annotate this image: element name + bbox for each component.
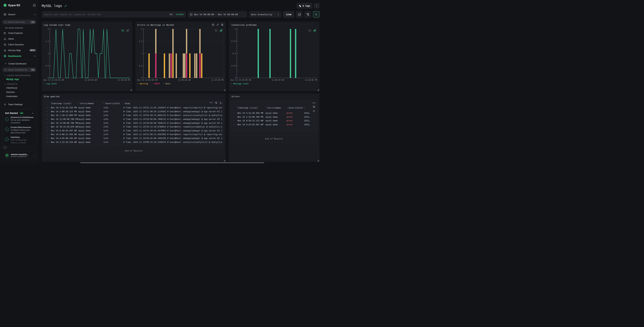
table-row[interactable]: ›Nov 14 4:23:45.567 AMmysql-demoerror202… [232, 123, 316, 127]
bar-chart-toggle-icon[interactable] [126, 29, 129, 32]
row-expand-chevron[interactable]: › [45, 110, 49, 113]
table-row[interactable]: ›Nov 14 8:30:45.567 AMmysql-demoinfo# Ti… [45, 129, 222, 133]
row-expand-chevron[interactable]: › [232, 123, 236, 126]
column-header[interactable]: ServiceName [268, 107, 281, 109]
row-expand-chevron[interactable]: › [45, 126, 49, 128]
row-expand-chevron[interactable]: › [45, 107, 49, 109]
sidebar-item-client-sessions[interactable]: Client Sessions [0, 42, 38, 47]
horizontal-scrollbar[interactable] [80, 162, 264, 163]
table-row[interactable]: ›Nov 14 4:45:00.345 AMmysql-demoinfo# Ti… [45, 136, 222, 140]
column-header[interactable]: ServiceName [80, 102, 94, 105]
table-row[interactable]: ›Nov 14 3:00:30.123 PMmysql-demoinfo# Ti… [45, 110, 222, 114]
drag-handle-icon[interactable]: ⠿ [104, 103, 104, 104]
row-expand-chevron[interactable]: › [45, 122, 49, 124]
bar-chart-toggle-icon[interactable] [220, 29, 222, 32]
drag-handle-icon[interactable]: ⠿ [286, 107, 288, 109]
sidebar-item-search[interactable]: Search [0, 12, 38, 17]
table-row[interactable]: ›Nov 14 1:15:00.789 PMmysql-demoerror202… [232, 115, 316, 119]
sidebar-dashboard-mysql-logs[interactable]: MySQL logs [0, 77, 38, 81]
saved-dashboards-input[interactable]: Saved Dashboards ⌘K [2, 68, 36, 72]
chart-plot[interactable] [236, 27, 317, 79]
row-expand-chevron[interactable]: › [45, 133, 49, 136]
legend-item[interactable]: —Message count [231, 83, 248, 85]
get-started-step-sources[interactable]: ✓ Create Data SourcesConfigure where you… [5, 126, 34, 134]
time-range-picker[interactable]: Nov 14 00:00:00 - Nov 15 00:00:00 [188, 11, 247, 18]
table-row[interactable]: ›Nov 14 5:15:30.456 PMmysql-demoerror202… [232, 111, 316, 115]
sidebar-item-team-settings[interactable]: Team Settings [0, 101, 38, 107]
sidebar-collapse-icon[interactable] [33, 4, 36, 7]
line-chart-toggle-icon[interactable] [122, 29, 124, 32]
chart-plot[interactable] [143, 27, 224, 79]
row-expand-chevron[interactable]: › [232, 116, 236, 118]
row-expand-chevron[interactable]: › [45, 141, 49, 143]
table-row[interactable]: ›Nov 14 1:30:15.890 PMmysql-demoinfo# Ti… [45, 113, 222, 117]
help-button[interactable]: ? [3, 145, 7, 150]
table-row[interactable]: ›Nov 14 10:15:30.678 AMmysql-demoinfo# T… [45, 125, 222, 129]
get-started-step-add-data[interactable]: ✓ Add DataStart sending logs, metrics, o… [5, 136, 34, 144]
chevron-up-icon[interactable] [34, 55, 36, 57]
sidebar-preset-kubernetes[interactable]: Kubernetes [0, 94, 38, 98]
run-query-button[interactable] [313, 11, 320, 18]
wrap-lines-icon[interactable] [313, 106, 315, 108]
edit-title-icon[interactable] [64, 5, 67, 7]
code-view-icon[interactable]: </> [312, 102, 316, 104]
wrap-lines-icon[interactable] [215, 101, 218, 104]
line-chart-toggle-icon[interactable] [215, 29, 218, 32]
legend-item[interactable]: —Warning [137, 83, 148, 85]
table-row[interactable]: ›Nov 14 12:00:00.789 PMmysql-demoinfo# T… [45, 117, 222, 121]
drag-handle-icon[interactable]: ⠿ [266, 107, 267, 109]
live-button[interactable]: Live [283, 11, 294, 18]
user-menu[interactable]: D dominic.tran@clic... dominic.tran@clic… [3, 152, 36, 159]
table-row[interactable]: ›Nov 14 6:00:15.456 AMmysql-demoinfo# Ti… [45, 133, 222, 136]
bar-chart-toggle-icon[interactable] [313, 29, 316, 32]
column-header[interactable]: SeverityText [106, 102, 120, 105]
table-row[interactable]: ›Nov 14 12:00:00.789 PMmysql-demoinfo# T… [45, 121, 222, 125]
table-row[interactable]: ›Nov 14 2:15:30.234 AMmysql-demoinfo# Ti… [45, 140, 222, 144]
row-expand-chevron[interactable]: › [45, 114, 49, 117]
sidebar-item-dashboards[interactable]: Dashboards [0, 53, 38, 59]
duplicate-icon[interactable] [212, 23, 214, 26]
legend-item[interactable]: —ERROR [151, 83, 160, 85]
chart-plot[interactable] [50, 27, 130, 79]
saved-searches-input[interactable]: Saved Searches ⌘K [2, 20, 36, 24]
legend-item[interactable]: —Log Count [44, 83, 57, 85]
table-row[interactable]: ›Nov 14 4:15:45.234 PMmysql-demoinfo# Ti… [45, 106, 222, 110]
sidebar-preset-services[interactable]: Services [0, 90, 38, 94]
chevron-up-icon[interactable] [34, 13, 36, 16]
section-presets[interactable]: PRESETS [0, 81, 38, 86]
column-header[interactable]: SeverityText [288, 107, 303, 109]
drag-handle-icon[interactable]: ⠿ [123, 103, 124, 104]
row-expand-chevron[interactable]: › [45, 137, 49, 140]
sidebar-item-chart-explorer[interactable]: Chart Explorer [0, 30, 38, 36]
sidebar-item-alerts[interactable]: Alerts [0, 36, 38, 42]
download-icon[interactable] [313, 109, 315, 112]
sidebar-preset-clickhouse[interactable]: ClickHouse [0, 86, 38, 90]
sidebar-item-service-map[interactable]: Service Map BETA [0, 47, 38, 53]
row-expand-chevron[interactable]: › [45, 118, 49, 120]
chevron-up-icon[interactable] [32, 112, 34, 115]
column-header[interactable]: Body [125, 102, 130, 105]
section-saved-dashboards[interactable]: SAVED DASHBOARDS [0, 73, 38, 77]
row-expand-chevron[interactable]: › [232, 120, 236, 122]
filter-button[interactable] [304, 11, 311, 18]
drag-handle-icon[interactable]: ⠿ [304, 107, 305, 109]
column-header[interactable]: Timestamp (Local) [51, 102, 72, 105]
language-toggle-sql[interactable]: SQL [169, 13, 173, 16]
granularity-select[interactable]: Auto Granularity [249, 11, 281, 18]
edit-icon[interactable] [216, 23, 219, 26]
legend-item[interactable]: —Note [163, 83, 170, 85]
table-row[interactable]: ›Nov 14 8:30:15.123 AMmysql-demoerror202… [232, 119, 316, 123]
event-search-input[interactable]: Search your events w/ Lucene ex. column:… [42, 11, 186, 18]
column-header[interactable]: Timestamp (Local) [237, 107, 258, 109]
row-expand-chevron[interactable]: › [232, 112, 236, 114]
code-view-icon[interactable]: </> [210, 101, 213, 104]
language-toggle-lucene[interactable]: Lucene [176, 13, 184, 16]
dashboard-menu-button[interactable]: ⋮ [314, 3, 320, 9]
trash-icon[interactable] [221, 23, 224, 26]
download-icon[interactable] [220, 101, 222, 104]
create-dashboard-button[interactable]: + Create Dashboard [0, 61, 38, 66]
refresh-button[interactable] [296, 11, 302, 18]
get-started-step-connect[interactable]: ✓ Connect to ClickHouseSet up your datab… [5, 116, 34, 124]
line-chart-toggle-icon[interactable] [309, 29, 312, 32]
drag-handle-icon[interactable]: ⠿ [78, 103, 80, 104]
